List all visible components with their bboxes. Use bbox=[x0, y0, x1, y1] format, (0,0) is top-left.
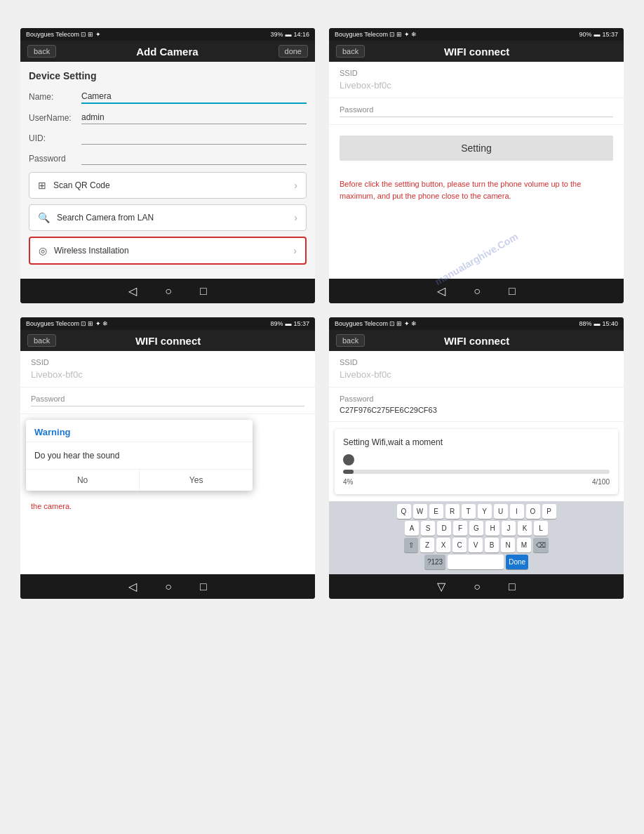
screen4-content: SSID Livebox-bf0c Password C27F976C275FE… bbox=[329, 351, 624, 574]
progress-info: 4% 4/100 bbox=[343, 478, 610, 486]
key-q[interactable]: Q bbox=[397, 504, 411, 519]
screen4-status-bar: Bouygues Telecom ⊡ ⊞ ✦ ❄ 88% ▬ 15:40 bbox=[329, 317, 624, 330]
progress-count: 4/100 bbox=[592, 478, 610, 486]
screen1-username-row: UserName: bbox=[29, 111, 307, 124]
screen2-back-button[interactable]: back bbox=[336, 45, 365, 58]
screen1-status-bar: Bouygues Telecom ⊡ ⊞ ✦ 39% ▬ 14:16 bbox=[20, 28, 315, 41]
key-symbols[interactable]: ?123 bbox=[424, 555, 445, 569]
key-n[interactable]: N bbox=[501, 538, 515, 552]
screen1-name-row: Name: bbox=[29, 90, 307, 104]
screen1-password-input[interactable] bbox=[81, 152, 307, 165]
key-h[interactable]: H bbox=[485, 521, 499, 536]
screen3-nav-bar: ◁ ○ □ bbox=[20, 574, 315, 599]
key-v[interactable]: V bbox=[469, 538, 483, 552]
screen3-nav-recent[interactable]: □ bbox=[200, 581, 207, 593]
key-z[interactable]: Z bbox=[420, 538, 434, 552]
key-b[interactable]: B bbox=[485, 538, 499, 552]
key-done[interactable]: Done bbox=[506, 555, 528, 569]
screen2-nav-home[interactable]: ○ bbox=[474, 285, 481, 298]
screen1-wireless-installation-item[interactable]: ◎ Wireless Installation › bbox=[29, 237, 307, 265]
screen3-title-bar: back WIFI connect bbox=[20, 330, 315, 351]
key-t[interactable]: T bbox=[462, 504, 476, 519]
screen2-nav-recent[interactable]: □ bbox=[509, 285, 516, 298]
screen4-ssid-value: Livebox-bf0c bbox=[340, 369, 613, 380]
key-j[interactable]: J bbox=[502, 521, 516, 536]
screen4-password-row: Password C27F976C275FE6C29CF63 bbox=[329, 388, 624, 422]
search-camera-arrow-icon: › bbox=[294, 212, 297, 223]
screen3-ssid-label: SSID bbox=[31, 358, 304, 366]
wireless-icon: ◎ bbox=[39, 245, 47, 256]
screen4-battery-time: 88% ▬ 15:40 bbox=[579, 320, 618, 327]
screen4-back-button[interactable]: back bbox=[336, 334, 365, 347]
keyboard-row3: ⇧ Z X C V B N M ⌫ bbox=[330, 538, 622, 552]
key-l[interactable]: L bbox=[534, 521, 548, 536]
key-g[interactable]: G bbox=[469, 521, 483, 536]
screen4-carrier: Bouygues Telecom ⊡ ⊞ ✦ ❄ bbox=[335, 320, 417, 327]
warning-dialog-container: Warning Do you hear the sound No Yes bbox=[26, 420, 309, 491]
screen3-carrier: Bouygues Telecom ⊡ ⊞ ✦ ❄ bbox=[26, 320, 108, 327]
screen4-password-value: C27F976C275FE6C29CF63 bbox=[340, 406, 613, 414]
key-x[interactable]: X bbox=[436, 538, 450, 552]
screen1-uid-input[interactable] bbox=[81, 131, 307, 145]
key-y[interactable]: Y bbox=[478, 504, 492, 519]
wireless-arrow-icon: › bbox=[293, 245, 297, 256]
screen2-ssid-value: Livebox-bf0c bbox=[340, 80, 613, 91]
key-m[interactable]: M bbox=[517, 538, 531, 552]
key-s[interactable]: S bbox=[421, 521, 435, 536]
key-k[interactable]: K bbox=[518, 521, 532, 536]
dialog-title: Warning bbox=[26, 420, 253, 442]
screen1-username-input[interactable] bbox=[81, 111, 307, 124]
screen1-nav-home[interactable]: ○ bbox=[165, 285, 172, 298]
screen2-ssid-row: SSID Livebox-bf0c bbox=[329, 62, 624, 98]
screen2-password-row: Password bbox=[329, 98, 624, 125]
screen4-ssid-row: SSID Livebox-bf0c bbox=[329, 351, 624, 388]
wireless-installation-label: Wireless Installation bbox=[54, 246, 129, 256]
key-f[interactable]: F bbox=[453, 521, 467, 536]
screen1-scan-qr-item[interactable]: ⊞ Scan QR Code › bbox=[29, 172, 307, 199]
screen3-password-row: Password bbox=[20, 388, 315, 414]
screen4-title: WIFI connect bbox=[444, 335, 509, 347]
screen1-content: Device Setting Name: UserName: UID: Pass… bbox=[20, 62, 315, 279]
key-o[interactable]: O bbox=[526, 504, 540, 519]
screen1-back-button[interactable]: back bbox=[27, 45, 56, 58]
screen1-search-camera-item[interactable]: 🔍 Search Camera from LAN › bbox=[29, 204, 307, 231]
dialog-no-button[interactable]: No bbox=[26, 470, 139, 491]
screen3-nav-home[interactable]: ○ bbox=[165, 581, 172, 593]
screen2-content: SSID Livebox-bf0c Password Setting Befor… bbox=[329, 62, 624, 279]
key-backspace[interactable]: ⌫ bbox=[533, 538, 549, 552]
key-i[interactable]: I bbox=[510, 504, 524, 519]
screen4-nav-back[interactable]: ▽ bbox=[437, 580, 445, 593]
screen2-setting-button[interactable]: Setting bbox=[340, 135, 613, 161]
warning-dialog: Warning Do you hear the sound No Yes bbox=[26, 420, 253, 491]
key-a[interactable]: A bbox=[405, 521, 419, 536]
screen2-nav-back[interactable]: ◁ bbox=[437, 284, 445, 298]
key-w[interactable]: W bbox=[413, 504, 427, 519]
screen3-ssid-row: SSID Livebox-bf0c bbox=[20, 351, 315, 388]
progress-icon bbox=[343, 454, 354, 465]
screen1-nav-back[interactable]: ◁ bbox=[128, 284, 137, 298]
screen1-name-input[interactable] bbox=[81, 90, 307, 104]
screen3-nav-back[interactable]: ◁ bbox=[128, 580, 137, 593]
key-p[interactable]: P bbox=[542, 504, 556, 519]
screen1-battery-time: 39% ▬ 14:16 bbox=[270, 31, 309, 38]
progress-title: Setting Wifi,wait a moment bbox=[343, 437, 610, 447]
screen4-nav-recent[interactable]: □ bbox=[509, 581, 516, 593]
screen4-nav-home[interactable]: ○ bbox=[474, 581, 481, 593]
screen1-done-button[interactable]: done bbox=[279, 45, 308, 58]
screen3-content: SSID Livebox-bf0c Password Warning Do yo… bbox=[20, 351, 315, 574]
key-u[interactable]: U bbox=[494, 504, 508, 519]
screen3-back-button[interactable]: back bbox=[27, 334, 56, 347]
key-e[interactable]: E bbox=[429, 504, 443, 519]
screen2-title: WIFI connect bbox=[444, 46, 509, 58]
key-r[interactable]: R bbox=[445, 504, 459, 519]
key-d[interactable]: D bbox=[437, 521, 451, 536]
key-shift[interactable]: ⇧ bbox=[404, 538, 418, 552]
screen1-nav-recent[interactable]: □ bbox=[200, 285, 207, 298]
keyboard-row1: Q W E R T Y U I O P bbox=[330, 504, 622, 519]
screen4-nav-bar: ▽ ○ □ bbox=[329, 574, 624, 599]
dialog-buttons: No Yes bbox=[26, 469, 253, 491]
screen3-title: WIFI connect bbox=[135, 335, 201, 347]
dialog-yes-button[interactable]: Yes bbox=[139, 470, 253, 491]
key-c[interactable]: C bbox=[452, 538, 467, 552]
key-space[interactable] bbox=[448, 555, 504, 569]
